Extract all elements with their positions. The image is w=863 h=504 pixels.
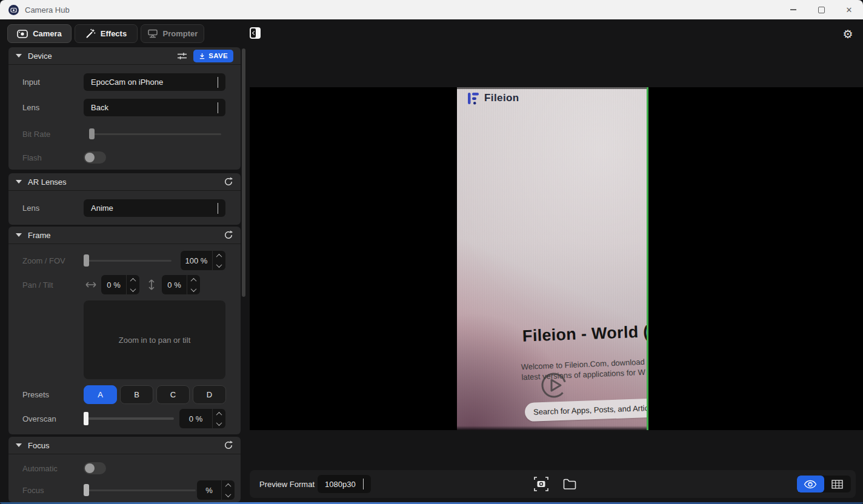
overscan-value: 0 %	[179, 409, 212, 428]
zoom-fov-label: Zoom / FOV	[22, 256, 65, 265]
preview-toolbar: Preview Format 1080p30	[250, 470, 856, 498]
tab-camera[interactable]: Camera	[7, 24, 72, 43]
focus-slider-thumb[interactable]	[84, 484, 89, 496]
bitrate-slider-thumb[interactable]	[89, 128, 95, 139]
tab-prompter[interactable]: Prompter	[141, 24, 204, 43]
input-select[interactable]: EpocCam on iPhone	[84, 73, 225, 91]
focus-slider[interactable]	[84, 489, 196, 491]
preset-c-button[interactable]: C	[156, 385, 190, 404]
focus-spinner[interactable]: %	[197, 480, 235, 500]
chevron-down-icon	[218, 77, 218, 88]
tab-effects-label: Effects	[101, 29, 127, 38]
spin-up-icon[interactable]	[187, 275, 200, 285]
maximize-button[interactable]	[807, 0, 835, 19]
focus-label: Focus	[22, 486, 44, 495]
bitrate-label: Bit Rate	[22, 130, 50, 139]
pan-tilt-label: Pan / Tilt	[22, 280, 53, 290]
photo-green-edge	[647, 87, 648, 430]
collapse-sidebar-button[interactable]	[250, 27, 261, 39]
spin-down-icon[interactable]	[213, 419, 225, 428]
lens-value: Back	[84, 103, 108, 112]
snapshot-button[interactable]	[530, 473, 552, 495]
wand-icon	[85, 28, 96, 39]
lens-select[interactable]: Back	[84, 99, 225, 116]
filter-sliders-icon[interactable]	[177, 51, 187, 61]
spin-down-icon[interactable]	[127, 285, 139, 294]
preview-format-select[interactable]: 1080p30	[318, 475, 371, 493]
preset-d-button[interactable]: D	[193, 385, 226, 404]
device-header[interactable]: Device SAVE	[8, 47, 241, 65]
ar-lenses-header[interactable]: AR Lenses	[8, 173, 241, 191]
tilt-spinner[interactable]: 0 %	[162, 275, 200, 294]
reset-icon[interactable]	[224, 230, 233, 240]
zoom-fov-slider[interactable]	[84, 260, 172, 262]
preset-a-button[interactable]: A	[84, 385, 117, 404]
up-down-arrow-icon	[147, 277, 156, 292]
ar-lens-select[interactable]: Anime	[84, 199, 225, 217]
spin-up-icon[interactable]	[222, 480, 235, 490]
spin-down-icon[interactable]	[187, 285, 200, 294]
section-device: Device SAVE Input EpocCam on iPhone Lens…	[8, 47, 241, 170]
focus-header[interactable]: Focus	[8, 437, 241, 454]
spin-up-icon[interactable]	[213, 409, 225, 419]
overscan-slider[interactable]	[84, 417, 174, 420]
automatic-toggle[interactable]	[84, 462, 106, 474]
section-ar-lenses: AR Lenses Lens Anime	[8, 173, 241, 225]
save-button[interactable]: SAVE	[193, 50, 233, 62]
preset-b-button[interactable]: B	[120, 385, 153, 404]
pan-spinner[interactable]: 0 %	[101, 275, 139, 294]
preview-mode-toggle	[797, 476, 851, 492]
overscan-slider-thumb[interactable]	[84, 412, 88, 425]
gear-icon: ⚙	[842, 27, 853, 41]
tab-effects[interactable]: Effects	[75, 24, 138, 43]
pan-tilt-pad[interactable]: Zoom in to pan or tilt	[84, 300, 225, 379]
panel-scrollbar[interactable]	[242, 48, 245, 297]
automatic-label: Automatic	[22, 464, 58, 473]
sidebar-collapse-icon	[251, 28, 256, 38]
input-value: EpocCam on iPhone	[84, 78, 163, 87]
camera-preview-image: Fileion Fileion - World ( Welcome to Fil…	[457, 87, 648, 430]
title-bar: Camera Hub ✕	[0, 0, 863, 19]
spin-up-icon[interactable]	[127, 275, 139, 285]
flash-toggle[interactable]	[84, 151, 106, 164]
tab-prompter-label: Prompter	[163, 29, 198, 38]
left-right-arrow-icon	[84, 280, 98, 290]
maximize-icon	[818, 7, 825, 13]
settings-button[interactable]: ⚙	[840, 26, 856, 42]
reset-icon[interactable]	[224, 177, 233, 187]
fileion-logo-icon	[467, 91, 481, 107]
spin-down-icon[interactable]	[213, 260, 225, 270]
chevron-down-icon	[363, 479, 364, 489]
spin-up-icon[interactable]	[213, 251, 225, 260]
minimize-icon	[790, 9, 796, 10]
spin-down-icon[interactable]	[222, 490, 235, 500]
open-folder-button[interactable]	[560, 474, 579, 494]
disclosure-triangle-icon	[16, 443, 22, 447]
close-icon: ✕	[846, 5, 853, 15]
photo-heading: Fileion - World (	[522, 322, 648, 345]
bitrate-slider[interactable]	[89, 133, 221, 135]
zoom-fov-spinner[interactable]: 100 %	[181, 251, 225, 270]
zoom-fov-slider-thumb[interactable]	[84, 254, 89, 267]
overscan-spinner[interactable]: 0 %	[179, 409, 225, 428]
close-button[interactable]: ✕	[835, 0, 863, 19]
minimize-button[interactable]	[779, 0, 807, 19]
app-logo-icon	[8, 5, 19, 15]
video-preview-frame: Fileion Fileion - World ( Welcome to Fil…	[250, 87, 863, 430]
photo-bottom-shadow	[457, 426, 648, 430]
camera-icon	[17, 30, 28, 38]
focus-value: %	[197, 480, 221, 500]
reset-icon[interactable]	[224, 440, 233, 450]
snapshot-icon	[532, 475, 550, 493]
grid-view-button[interactable]	[824, 476, 851, 492]
ar-lens-value: Anime	[84, 204, 113, 213]
focus-title: Focus	[28, 441, 49, 450]
photo-top-bezel	[457, 87, 648, 89]
chevron-down-icon	[218, 102, 218, 113]
ar-lenses-title: AR Lenses	[28, 177, 67, 187]
frame-title: Frame	[28, 231, 51, 240]
disclosure-triangle-icon	[16, 54, 22, 58]
folder-icon	[563, 479, 576, 489]
eye-view-button[interactable]	[797, 476, 824, 492]
frame-header[interactable]: Frame	[8, 227, 241, 244]
